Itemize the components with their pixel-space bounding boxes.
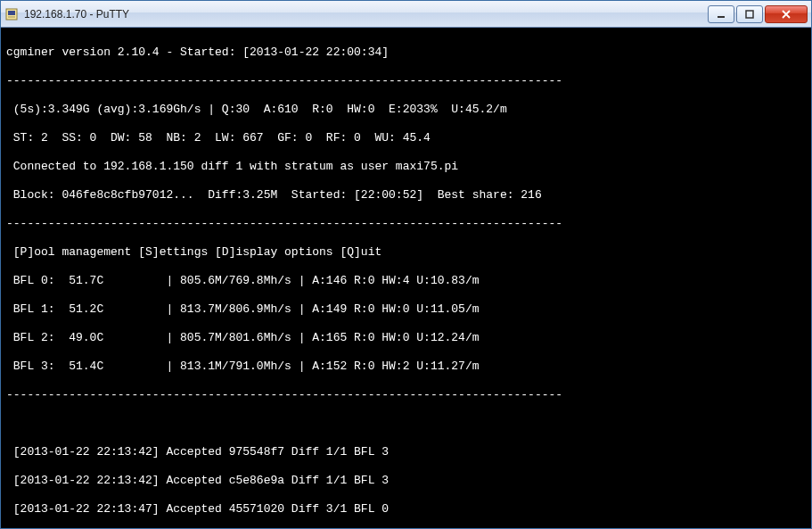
device-row: BFL 1: 51.2C | 813.7M/806.9Mh/s | A:149 … (6, 302, 806, 317)
log-line: [2013-01-22 22:13:42] Accepted c5e86e9a … (6, 474, 806, 488)
window-controls (708, 5, 808, 23)
summary-line-1: (5s):3.349G (avg):3.169Gh/s | Q:30 A:610… (6, 103, 806, 117)
device-row: BFL 2: 49.0C | 805.7M/801.6Mh/s | A:165 … (6, 331, 806, 345)
version-line: cgminer version 2.10.4 - Started: [2013-… (6, 45, 806, 60)
titlebar[interactable]: 192.168.1.70 - PuTTY (1, 1, 811, 28)
separator: ----------------------------------------… (6, 217, 806, 231)
device-row: BFL 3: 51.4C | 813.1M/791.0Mh/s | A:152 … (6, 360, 806, 374)
menu-line: [P]ool management [S]ettings [D]isplay o… (6, 245, 806, 260)
svg-rect-2 (8, 16, 15, 18)
separator: ----------------------------------------… (6, 388, 806, 402)
terminal-area[interactable]: cgminer version 2.10.4 - Started: [2013-… (1, 28, 811, 528)
summary-line-3: Connected to 192.168.1.150 diff 1 with s… (6, 160, 806, 174)
blank-line (6, 417, 806, 431)
close-button[interactable] (765, 5, 808, 23)
maximize-button[interactable] (736, 5, 763, 23)
minimize-button[interactable] (708, 5, 734, 23)
putty-icon (4, 7, 19, 21)
summary-line-4: Block: 046fe8c8cfb97012... Diff:3.25M St… (6, 188, 806, 203)
svg-rect-1 (8, 11, 15, 15)
window-title: 192.168.1.70 - PuTTY (24, 8, 708, 21)
putty-window: 192.168.1.70 - PuTTY cgminer version 2.1… (0, 0, 812, 529)
separator: ----------------------------------------… (6, 74, 806, 88)
svg-rect-3 (718, 16, 725, 18)
log-line: [2013-01-22 22:13:47] Accepted 45571020 … (6, 502, 806, 517)
svg-rect-4 (746, 11, 753, 18)
device-row: BFL 0: 51.7C | 805.6M/769.8Mh/s | A:146 … (6, 274, 806, 288)
summary-line-2: ST: 2 SS: 0 DW: 58 NB: 2 LW: 667 GF: 0 R… (6, 131, 806, 145)
log-line: [2013-01-22 22:13:42] Accepted 975548f7 … (6, 445, 806, 459)
